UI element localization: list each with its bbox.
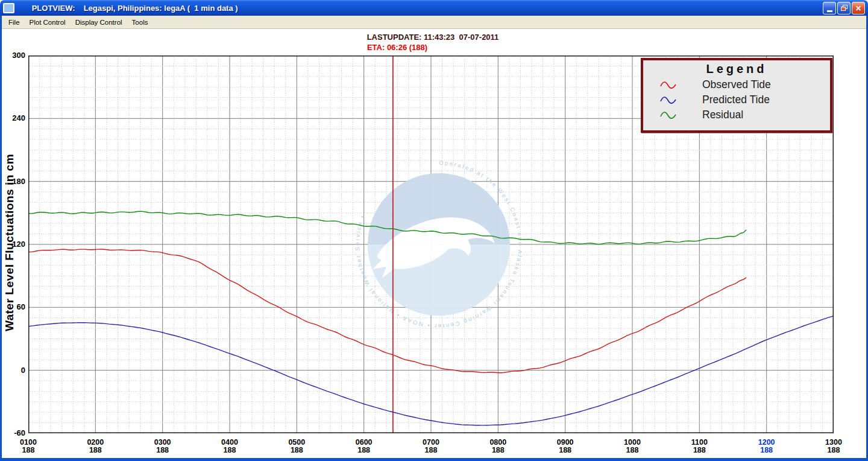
x-tick-day: 188 xyxy=(816,447,852,454)
x-tick-1200: 1200188 xyxy=(749,439,785,454)
window-title-station: Legaspi, Philippines: legaA ( 1 min data… xyxy=(84,4,238,13)
maximize-button[interactable] xyxy=(837,2,851,14)
window-title: PLOTVIEW:Legaspi, Philippines: legaA ( 1… xyxy=(19,0,238,22)
x-tick-day: 188 xyxy=(413,447,449,454)
y-tick-300: 300 xyxy=(0,51,25,60)
window-frame-bottom xyxy=(0,458,868,461)
x-tick-day: 188 xyxy=(749,447,785,454)
x-tick-0600: 0600188 xyxy=(346,439,382,454)
x-tick-1300: 1300188 xyxy=(816,439,852,454)
x-tick-0500: 0500188 xyxy=(278,439,315,454)
x-tick-0700: 0700188 xyxy=(413,439,449,454)
legend-wave-icon-residual xyxy=(659,110,678,121)
x-tick-day: 188 xyxy=(77,447,113,454)
window-frame-left xyxy=(0,16,2,461)
lastupdate-label: LASTUPDATE: 11:43:23 07-07-2011 xyxy=(367,33,499,42)
legend-wave-icon-predicted-tide xyxy=(659,95,678,106)
y-tick-180: 180 xyxy=(0,177,25,186)
minimize-button[interactable] xyxy=(823,2,836,14)
x-tick-day: 188 xyxy=(480,447,516,454)
close-button[interactable] xyxy=(852,2,865,14)
x-tick-day: 188 xyxy=(547,447,583,454)
x-tick-day: 188 xyxy=(278,447,315,454)
x-tick-0400: 0400188 xyxy=(212,439,248,454)
minimize-icon xyxy=(827,10,832,12)
x-tick-day: 188 xyxy=(681,447,717,454)
x-tick-day: 188 xyxy=(145,447,181,454)
x-tick-1000: 1000188 xyxy=(614,439,650,454)
legend-wave-icon-observed-tide xyxy=(659,80,678,91)
legend-label: Predicted Tide xyxy=(702,94,770,106)
window-controls xyxy=(823,2,865,14)
legend-entry-observed-tide: Observed Tide xyxy=(659,77,830,92)
close-icon xyxy=(855,2,861,13)
y-tick-240: 240 xyxy=(0,113,25,123)
legend-entry-predicted-tide: Predicted Tide xyxy=(659,92,830,107)
y-tick-0: 0 xyxy=(0,366,25,375)
x-tick-0100: 0100188 xyxy=(10,439,46,454)
x-tick-0300: 0300188 xyxy=(145,439,181,454)
x-tick-day: 188 xyxy=(212,447,248,454)
eta-label: ETA: 06:26 (188) xyxy=(367,43,427,52)
restore-icon xyxy=(841,5,848,11)
title-bar[interactable]: PLOTVIEW:Legaspi, Philippines: legaA ( 1… xyxy=(0,0,868,16)
x-tick-day: 188 xyxy=(614,447,650,454)
y-tick-60: 60 xyxy=(0,302,25,312)
legend-label: Residual xyxy=(702,109,743,121)
legend-entries: Observed TidePredicted TideResidual xyxy=(643,76,830,122)
legend-box: Legend Observed TidePredicted TideResidu… xyxy=(641,58,832,133)
x-tick-0200: 0200188 xyxy=(77,439,113,454)
app-icon xyxy=(3,3,14,13)
plotview-window: PLOTVIEW:Legaspi, Philippines: legaA ( 1… xyxy=(0,0,868,461)
y-tick-120: 120 xyxy=(0,240,25,249)
window-title-app: PLOTVIEW: xyxy=(32,4,75,13)
y-tick--60: -60 xyxy=(0,428,25,438)
x-tick-day: 188 xyxy=(346,447,382,454)
x-tick-0900: 0900188 xyxy=(547,439,583,454)
x-tick-day: 188 xyxy=(10,447,46,454)
legend-label: Observed Tide xyxy=(702,78,771,91)
legend-title: Legend xyxy=(643,62,830,76)
x-tick-0800: 0800188 xyxy=(480,439,516,454)
legend-entry-residual: Residual xyxy=(659,107,830,122)
x-tick-1100: 1100188 xyxy=(681,439,717,454)
